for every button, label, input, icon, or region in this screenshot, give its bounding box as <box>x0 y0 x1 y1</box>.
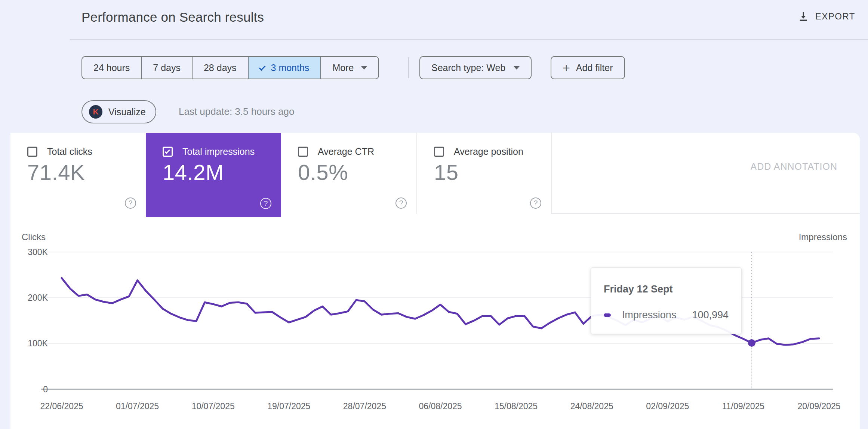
download-icon <box>797 10 809 22</box>
last-update-text: Last update: 3.5 hours ago <box>179 106 294 117</box>
card-label: Total impressions <box>182 146 255 157</box>
performance-panel: Total clicks 71.4K ? Total impressions 1… <box>10 133 860 429</box>
svg-text:01/07/2025: 01/07/2025 <box>116 401 159 411</box>
help-icon[interactable]: ? <box>125 197 136 209</box>
search-type-dropdown[interactable]: Search type: Web <box>419 56 532 79</box>
average-position-checkbox[interactable] <box>434 147 444 157</box>
card-value: 71.4K <box>27 160 85 185</box>
svg-text:24/08/2025: 24/08/2025 <box>570 401 613 411</box>
chart-tooltip: Friday 12 Sept Impressions 100,994 <box>591 267 742 334</box>
card-total-clicks[interactable]: Total clicks 71.4K ? <box>10 133 146 214</box>
range-3-months[interactable]: 3 months <box>248 57 321 79</box>
range-label: 28 days <box>204 62 237 73</box>
date-range-segmented-control: 24 hours 7 days 28 days 3 months More <box>81 56 379 79</box>
svg-text:02/09/2025: 02/09/2025 <box>646 401 689 411</box>
svg-text:28/07/2025: 28/07/2025 <box>343 401 386 411</box>
chevron-down-icon <box>361 66 367 70</box>
range-label: 7 days <box>153 62 181 73</box>
visualize-app-icon: K <box>89 105 102 119</box>
card-average-ctr[interactable]: Average CTR 0.5% ? <box>281 133 416 214</box>
svg-text:200K: 200K <box>28 293 48 303</box>
total-clicks-checkbox[interactable] <box>27 147 37 157</box>
help-icon[interactable]: ? <box>395 197 407 209</box>
card-total-impressions[interactable]: Total impressions 14.2M ? <box>146 133 281 217</box>
range-28-days[interactable]: 28 days <box>192 57 248 79</box>
range-7-days[interactable]: 7 days <box>141 57 192 79</box>
check-icon <box>259 64 265 71</box>
svg-text:20/09/2025: 20/09/2025 <box>797 401 840 411</box>
help-icon[interactable]: ? <box>530 197 541 209</box>
average-ctr-checkbox[interactable] <box>298 147 308 157</box>
svg-text:15/08/2025: 15/08/2025 <box>495 401 538 411</box>
check-icon <box>164 148 170 154</box>
card-label: Average CTR <box>318 146 374 157</box>
svg-text:300K: 300K <box>28 247 48 257</box>
series-legend-dash-icon <box>604 313 611 317</box>
range-label: 3 months <box>271 62 310 73</box>
card-value: 0.5% <box>298 160 348 185</box>
search-type-label: Search type: Web <box>431 62 505 73</box>
add-filter-label: Add filter <box>576 62 613 73</box>
visualize-button[interactable]: K Visualize <box>81 100 156 123</box>
svg-text:06/08/2025: 06/08/2025 <box>419 401 462 411</box>
export-label: EXPORT <box>815 11 855 22</box>
chevron-down-icon <box>514 66 520 70</box>
range-24-hours[interactable]: 24 hours <box>82 57 141 79</box>
card-value: 15 <box>434 160 459 185</box>
add-annotation-button[interactable]: ADD ANNOTATION <box>750 161 837 172</box>
tooltip-value: 100,994 <box>692 309 729 321</box>
page-title: Performance on Search results <box>81 10 264 25</box>
tooltip-series-name: Impressions <box>622 309 677 321</box>
visualize-label: Visualize <box>108 107 146 117</box>
card-average-position[interactable]: Average position 15 ? <box>416 133 552 214</box>
svg-text:10/07/2025: 10/07/2025 <box>192 401 235 411</box>
card-value: 14.2M <box>163 160 224 185</box>
card-label: Total clicks <box>47 146 92 157</box>
export-button[interactable]: EXPORT <box>794 8 859 25</box>
range-label: More <box>332 62 354 73</box>
range-label: 24 hours <box>93 62 130 73</box>
help-icon[interactable]: ? <box>260 198 271 209</box>
range-more-dropdown[interactable]: More <box>320 57 378 79</box>
filter-divider <box>408 57 409 78</box>
total-impressions-checkbox[interactable] <box>163 147 173 157</box>
plus-icon: + <box>563 62 570 73</box>
svg-text:100K: 100K <box>28 338 48 348</box>
svg-text:11/09/2025: 11/09/2025 <box>722 401 764 411</box>
tooltip-date: Friday 12 Sept <box>604 284 729 295</box>
card-label: Average position <box>454 146 523 157</box>
svg-text:19/07/2025: 19/07/2025 <box>267 401 310 411</box>
svg-text:0: 0 <box>43 384 48 394</box>
metric-cards-row: Total clicks 71.4K ? Total impressions 1… <box>10 133 860 214</box>
header-divider <box>70 39 868 40</box>
svg-text:22/06/2025: 22/06/2025 <box>40 401 83 411</box>
add-filter-button[interactable]: + Add filter <box>551 56 625 79</box>
impressions-line-chart[interactable]: Clicks Impressions 300K200K100K022/06/20… <box>10 224 860 429</box>
